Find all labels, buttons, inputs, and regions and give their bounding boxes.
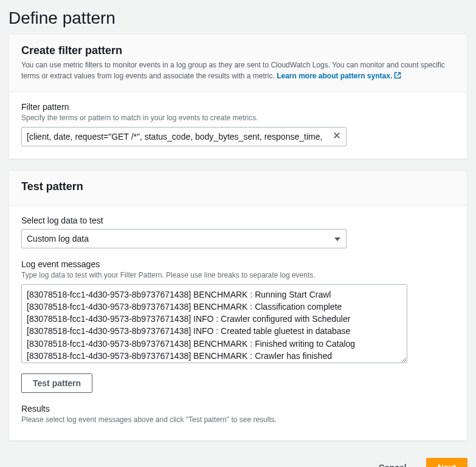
test-pattern-title: Test pattern bbox=[21, 180, 455, 193]
log-event-messages-hint: Type log data to test with your Filter P… bbox=[21, 270, 455, 281]
learn-more-link[interactable]: Learn more about pattern syntax. bbox=[277, 72, 401, 80]
external-link-icon bbox=[394, 71, 401, 82]
cancel-button[interactable]: Cancel bbox=[368, 458, 418, 467]
create-filter-pattern-panel: Create filter pattern You can use metric… bbox=[9, 34, 467, 159]
filter-pattern-hint: Specify the terms or pattern to match in… bbox=[21, 113, 455, 123]
create-filter-pattern-desc: You can use metric filters to monitor ev… bbox=[21, 60, 455, 82]
select-log-data-dropdown[interactable]: Custom log data bbox=[21, 229, 347, 248]
results-hint: Please select log event messages above a… bbox=[21, 415, 455, 425]
next-button[interactable]: Next bbox=[426, 458, 467, 467]
results-label: Results bbox=[21, 404, 455, 414]
test-pattern-button[interactable]: Test pattern bbox=[21, 373, 92, 393]
create-filter-pattern-title: Create filter pattern bbox=[21, 44, 455, 57]
select-log-data-label: Select log data to test bbox=[21, 216, 455, 225]
footer-actions: Cancel Next bbox=[0, 452, 476, 467]
clear-input-button[interactable] bbox=[329, 129, 344, 144]
filter-pattern-input[interactable] bbox=[21, 127, 347, 146]
panel-header: Test pattern bbox=[9, 171, 467, 206]
test-pattern-panel: Test pattern Select log data to test Cus… bbox=[9, 170, 467, 441]
log-event-messages-textarea[interactable] bbox=[21, 284, 407, 363]
panel-header: Create filter pattern You can use metric… bbox=[9, 35, 467, 92]
page-title: Define pattern bbox=[0, 0, 476, 34]
filter-pattern-label: Filter pattern bbox=[21, 102, 455, 112]
close-icon bbox=[333, 131, 341, 141]
log-event-messages-label: Log event messages bbox=[21, 259, 455, 269]
learn-more-label: Learn more about pattern syntax. bbox=[277, 72, 392, 80]
